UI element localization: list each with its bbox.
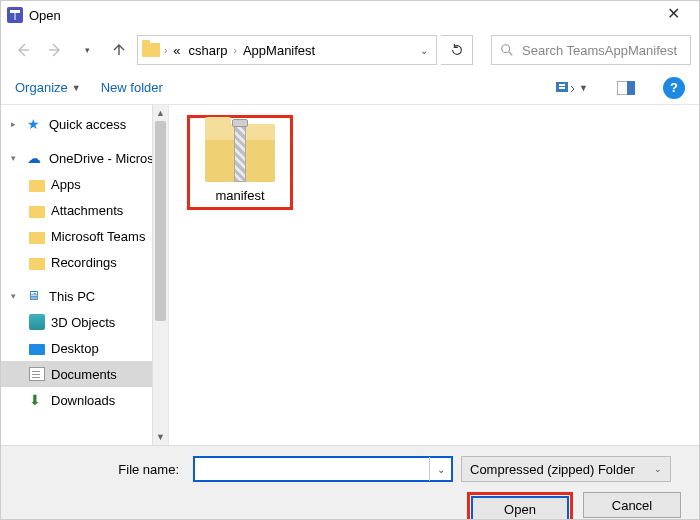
tree-attachments[interactable]: Attachments [1, 197, 168, 223]
breadcrumb-dropdown[interactable]: ⌄ [416, 45, 432, 56]
forward-button[interactable] [41, 36, 69, 64]
filename-dropdown[interactable]: ⌄ [429, 457, 451, 481]
preview-pane-button[interactable] [609, 76, 643, 100]
toolbar: Organize▼ New folder ▼ ? [1, 71, 699, 105]
cloud-icon: ☁ [27, 150, 43, 166]
folder-icon [29, 180, 45, 192]
scroll-thumb[interactable] [155, 121, 166, 321]
desktop-icon [29, 344, 45, 355]
view-mode-button[interactable]: ▼ [555, 76, 589, 100]
folder-icon [29, 258, 45, 270]
documents-icon [29, 367, 45, 381]
tree-msteams[interactable]: Microsoft Teams [1, 223, 168, 249]
tree-onedrive[interactable]: ▾☁ OneDrive - Microsoft [1, 145, 168, 171]
open-button[interactable]: Open [471, 496, 569, 520]
search-icon [500, 43, 514, 57]
footer: File name: ⌄ Compressed (zipped) Folder⌄… [1, 445, 699, 519]
recent-dropdown[interactable]: ▾ [73, 36, 101, 64]
breadcrumb-seg-csharp[interactable]: csharp [187, 43, 230, 58]
tree-apps[interactable]: Apps [1, 171, 168, 197]
scroll-up[interactable]: ▲ [153, 105, 168, 121]
new-folder-button[interactable]: New folder [101, 80, 163, 95]
svg-rect-2 [559, 84, 565, 86]
file-pane[interactable]: manifest [169, 105, 699, 445]
filename-field[interactable] [195, 459, 429, 479]
chevron-right-icon: › [234, 45, 237, 56]
breadcrumb-prefix: « [171, 43, 182, 58]
filename-label: File name: [17, 462, 185, 477]
tree-quick-access[interactable]: ▸★ Quick access [1, 111, 168, 137]
tree-3d-objects[interactable]: 3D Objects [1, 309, 168, 335]
nav-row: ▾ › « csharp › AppManifest ⌄ Search Team… [1, 29, 699, 71]
file-type-filter[interactable]: Compressed (zipped) Folder⌄ [461, 456, 671, 482]
star-icon: ★ [27, 116, 43, 132]
zip-icon [205, 124, 275, 182]
folder-icon [29, 232, 45, 244]
svg-point-0 [502, 45, 510, 53]
3d-icon [29, 314, 45, 330]
help-button[interactable]: ? [663, 77, 685, 99]
cancel-button[interactable]: Cancel [583, 492, 681, 518]
folder-icon [142, 43, 160, 57]
nav-tree: ▸★ Quick access ▾☁ OneDrive - Microsoft … [1, 105, 169, 445]
body-area: ▸★ Quick access ▾☁ OneDrive - Microsoft … [1, 105, 699, 445]
tree-documents[interactable]: Documents [1, 361, 168, 387]
tree-recordings[interactable]: Recordings [1, 249, 168, 275]
organize-menu[interactable]: Organize▼ [15, 80, 81, 95]
filename-input[interactable]: ⌄ [193, 456, 453, 482]
tree-desktop[interactable]: Desktop [1, 335, 168, 361]
back-button[interactable] [9, 36, 37, 64]
tree-downloads[interactable]: ⬇ Downloads [1, 387, 168, 413]
teams-icon [7, 7, 23, 23]
title-bar: Open ✕ [1, 1, 699, 29]
window-title: Open [29, 8, 61, 23]
close-button[interactable]: ✕ [653, 1, 693, 29]
up-button[interactable] [105, 36, 133, 64]
scroll-down[interactable]: ▼ [153, 429, 168, 445]
svg-rect-5 [627, 81, 635, 95]
pc-icon: 🖥 [27, 288, 43, 304]
tree-scrollbar[interactable]: ▲ ▼ [152, 105, 168, 445]
breadcrumb-seg-appmanifest[interactable]: AppManifest [241, 43, 317, 58]
chevron-right-icon: › [164, 45, 167, 56]
search-placeholder: Search TeamsAppManifest [522, 43, 677, 58]
refresh-button[interactable] [441, 35, 473, 65]
download-icon: ⬇ [29, 392, 45, 408]
svg-rect-3 [559, 87, 565, 89]
file-label: manifest [190, 188, 290, 203]
file-manifest[interactable]: manifest [187, 115, 293, 210]
tree-this-pc[interactable]: ▾🖥 This PC [1, 283, 168, 309]
folder-icon [29, 206, 45, 218]
search-input[interactable]: Search TeamsAppManifest [491, 35, 691, 65]
breadcrumb[interactable]: › « csharp › AppManifest ⌄ [137, 35, 437, 65]
